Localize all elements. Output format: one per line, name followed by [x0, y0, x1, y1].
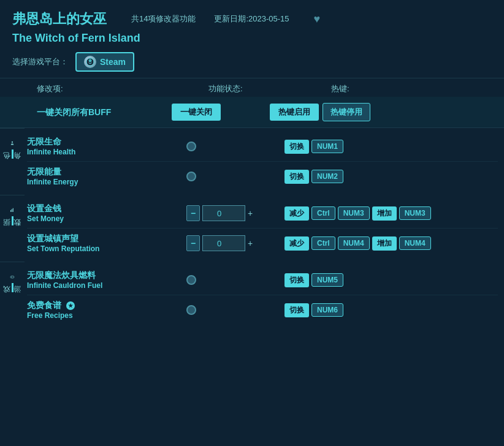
person-icon — [6, 141, 18, 146]
svg-point-6 — [10, 276, 14, 278]
platform-row: 选择游戏平台： Steam — [12, 52, 492, 72]
infinite-energy-en: Infinite Energy — [27, 178, 186, 186]
data-side: 数据 — [0, 195, 25, 262]
free-recipes-name: 免费食谱 ★ Free Recipes — [27, 300, 186, 320]
svg-point-1 — [89, 59, 92, 62]
gamepad-icon — [6, 274, 18, 279]
platform-label: 选择游戏平台： — [12, 56, 68, 67]
set-reputation-number-group: − + — [186, 235, 253, 251]
meta-features: 共14项修改器功能 — [131, 13, 196, 25]
infinite-energy-cn: 无限能量 — [27, 167, 186, 178]
set-reputation-hotkeys: 减少 Ctrl NUM4 增加 NUM4 — [284, 236, 431, 251]
infinite-health-hotkey-key: NUM1 — [311, 140, 343, 153]
hotkey-disable-button[interactable]: 热键停用 — [323, 103, 370, 121]
character-icon-area: 角色 — [6, 129, 18, 165]
infinite-energy-hotkey: 切换 NUM2 — [284, 170, 343, 184]
oneclick-close-button[interactable]: 一键关闭 — [172, 104, 221, 121]
set-reputation-row: 设置城镇声望 Set Town Reputation − + 减少 Ctrl N… — [27, 229, 498, 258]
table-column-headers: 修改项: 功能状态: 热键: — [0, 78, 504, 97]
infinite-health-toggle[interactable] — [186, 142, 196, 151]
set-reputation-increase-label[interactable]: 增加 — [372, 236, 397, 251]
set-money-ctrl1: Ctrl — [311, 206, 335, 220]
set-money-input[interactable] — [202, 205, 245, 221]
steam-platform-button[interactable]: Steam — [75, 52, 134, 72]
free-recipes-hotkey-key: NUM6 — [311, 303, 343, 317]
game-icon-area: 游戏 — [6, 262, 18, 299]
character-side: 角色 — [0, 128, 25, 195]
heart-icon[interactable]: ♥ — [314, 13, 321, 26]
set-money-decrease-btn[interactable]: − — [186, 205, 200, 221]
data-chart-icon — [6, 208, 18, 213]
svg-rect-4 — [12, 209, 12, 212]
cauldron-fuel-hotkey-label[interactable]: 切换 — [284, 273, 309, 287]
set-reputation-num4-dec: NUM4 — [338, 236, 370, 250]
set-money-num3-dec: NUM3 — [338, 206, 370, 220]
svg-point-2 — [12, 142, 13, 143]
infinite-health-hotkey-label[interactable]: 切换 — [284, 140, 309, 154]
infinite-health-row: 无限生命 Infinite Health 切换 NUM1 — [27, 132, 498, 162]
set-reputation-num4-inc: NUM4 — [399, 236, 431, 250]
set-reputation-en: Set Town Reputation — [27, 244, 186, 253]
game-title-en: The Witch of Fern Island — [12, 32, 492, 45]
col-header-mod: 修改项: — [37, 83, 208, 94]
set-money-en: Set Money — [27, 214, 186, 223]
data-content: 设置金钱 Set Money − + 减少 Ctrl NUM3 增加 NUM3 — [25, 195, 504, 262]
game-side: 游戏 — [0, 262, 25, 328]
oneclick-status: 一键关闭 — [172, 104, 270, 121]
set-reputation-plus: + — [248, 238, 253, 248]
set-money-input-area: − + — [186, 205, 284, 221]
game-title-cn: 弗恩岛上的女巫 — [12, 10, 107, 28]
infinite-energy-toggle[interactable] — [186, 172, 196, 181]
set-money-cn: 设置金钱 — [27, 203, 186, 214]
infinite-health-toggle-area — [186, 142, 284, 151]
infinite-energy-toggle-area — [186, 172, 284, 181]
set-reputation-decrease-btn[interactable]: − — [186, 235, 200, 251]
set-money-decrease-label[interactable]: 减少 — [284, 206, 309, 221]
free-recipes-hotkey-label[interactable]: 切换 — [284, 303, 309, 317]
set-money-plus: + — [248, 208, 253, 218]
svg-rect-3 — [10, 210, 11, 212]
col-header-hotkey: 热键: — [331, 83, 492, 94]
free-recipes-toggle[interactable] — [186, 305, 196, 315]
data-label: 数据 — [2, 230, 23, 232]
oneclick-name-label: 一键关闭所有BUFF — [37, 107, 111, 117]
cauldron-fuel-name: 无限魔法炊具燃料 Infinite Cauldron Fuel — [27, 270, 186, 290]
cauldron-fuel-en: Infinite Cauldron Fuel — [27, 281, 186, 290]
free-recipes-cn: 免费食谱 ★ — [27, 300, 186, 311]
free-recipes-row: 免费食谱 ★ Free Recipes 切换 NUM6 — [27, 295, 498, 325]
steam-label: Steam — [100, 57, 126, 67]
game-label: 游戏 — [2, 297, 23, 299]
data-section: 数据 设置金钱 Set Money − + 减少 Ctrl NUM3 增加 N — [0, 195, 504, 262]
free-recipes-hotkey: 切换 NUM6 — [284, 303, 343, 317]
infinite-health-cn: 无限生命 — [27, 137, 186, 148]
set-reputation-cn: 设置城镇声望 — [27, 233, 186, 244]
set-money-num3-inc: NUM3 — [399, 206, 431, 220]
set-reputation-decrease-label[interactable]: 减少 — [284, 236, 309, 251]
cauldron-fuel-toggle[interactable] — [186, 275, 196, 285]
infinite-health-en: Infinite Health — [27, 148, 186, 156]
set-reputation-input[interactable] — [202, 235, 245, 251]
cauldron-fuel-cn: 无限魔法炊具燃料 — [27, 270, 186, 281]
infinite-energy-hotkey-key: NUM2 — [311, 170, 343, 183]
game-content: 无限魔法炊具燃料 Infinite Cauldron Fuel 切换 NUM5 … — [25, 262, 504, 328]
meta-info: 共14项修改器功能 更新日期:2023-05-15 ♥ — [131, 13, 320, 26]
col-header-status: 功能状态: — [208, 83, 331, 94]
steam-logo-icon — [84, 56, 96, 68]
set-money-row: 设置金钱 Set Money − + 减少 Ctrl NUM3 增加 NUM3 — [27, 198, 498, 229]
hotkey-enable-button[interactable]: 热键启用 — [270, 104, 319, 121]
set-money-increase-label[interactable]: 增加 — [372, 206, 397, 221]
infinite-energy-hotkey-label[interactable]: 切换 — [284, 170, 309, 184]
set-reputation-input-area: − + — [186, 235, 284, 251]
free-recipes-en: Free Recipes — [27, 311, 186, 320]
cauldron-fuel-hotkey: 切换 NUM5 — [284, 273, 343, 287]
top-header: 弗恩岛上的女巫 共14项修改器功能 更新日期:2023-05-15 ♥ The … — [0, 0, 504, 78]
data-icon-area: 数据 — [6, 195, 18, 232]
set-money-number-group: − + — [186, 205, 253, 221]
cauldron-fuel-toggle-area — [186, 275, 284, 285]
game-section: 游戏 无限魔法炊具燃料 Infinite Cauldron Fuel 切换 NU… — [0, 262, 504, 328]
free-recipes-star-badge: ★ — [66, 301, 75, 310]
cauldron-fuel-hotkey-key: NUM5 — [311, 273, 343, 287]
infinite-health-name: 无限生命 Infinite Health — [27, 137, 186, 156]
character-section: 角色 无限生命 Infinite Health 切换 NUM1 无限能量 Inf… — [0, 128, 504, 195]
character-content: 无限生命 Infinite Health 切换 NUM1 无限能量 Infini… — [25, 128, 504, 195]
